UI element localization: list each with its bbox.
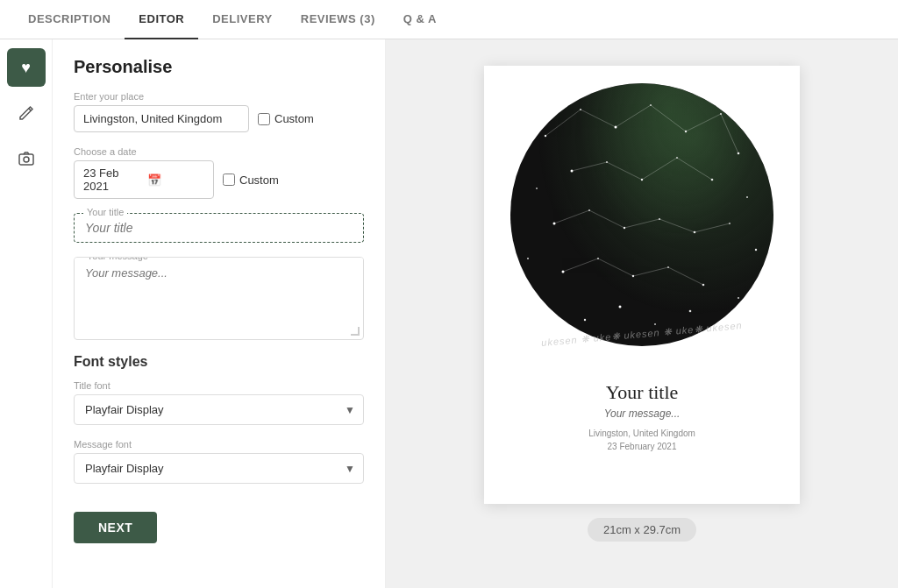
poster-location-city: Livingston, United Kingdom (588, 427, 695, 440)
place-group: Enter your place Custom (74, 91, 364, 132)
svg-point-29 (738, 297, 739, 299)
message-section: Your message (74, 257, 364, 340)
svg-point-1 (24, 157, 29, 162)
message-wrap: Your message (74, 257, 364, 340)
place-row: Custom (74, 105, 364, 132)
svg-line-35 (545, 110, 581, 136)
svg-line-48 (659, 219, 695, 232)
editor-panel: Personalise Enter your place Custom Choo… (53, 39, 386, 588)
title-font-group: Title font Playfair Display Arial Georgi… (74, 380, 364, 425)
main-content: ♥ Personalise Enter your place (0, 39, 898, 588)
poster-date: 23 February 2021 (588, 440, 695, 453)
title-font-label: Title font (74, 380, 364, 391)
svg-line-38 (651, 105, 686, 131)
poster-card: ukesen ❋ uke❋ ukesen ❋ uke❋ ukesen Your … (484, 66, 800, 504)
edit-icon-btn[interactable] (7, 94, 46, 132)
date-group: Choose a date 23 Feb 2021 📅 Custom (74, 146, 364, 199)
svg-point-33 (654, 323, 656, 325)
size-badge: 21cm x 29.7cm (588, 518, 696, 542)
svg-point-34 (689, 310, 692, 313)
constellation-svg (510, 83, 773, 346)
poster-location: Livingston, United Kingdom 23 February 2… (588, 427, 695, 453)
title-field-wrap: Your title (74, 213, 364, 243)
tab-reviews[interactable]: REVIEWS (3) (287, 0, 389, 39)
tab-qna[interactable]: Q & A (389, 0, 451, 39)
svg-point-30 (549, 310, 551, 312)
place-label: Enter your place (74, 91, 364, 102)
svg-line-49 (695, 223, 730, 232)
svg-point-9 (536, 188, 538, 189)
svg-line-46 (589, 210, 624, 228)
tab-editor[interactable]: EDITOR (125, 0, 198, 39)
message-font-select[interactable]: Playfair Display Arial Georgia Times New… (74, 453, 364, 484)
date-label: Choose a date (74, 146, 364, 157)
sidebar-icons: ♥ (0, 39, 53, 588)
svg-line-42 (607, 162, 642, 180)
date-row: 23 Feb 2021 📅 Custom (74, 160, 364, 199)
date-input-wrap[interactable]: 23 Feb 2021 📅 (74, 160, 214, 199)
svg-line-40 (721, 114, 738, 153)
svg-line-52 (633, 267, 668, 276)
message-font-label: Message font (74, 439, 364, 450)
svg-point-22 (755, 249, 757, 251)
title-font-select-wrap: Playfair Display Arial Georgia Times New… (74, 394, 364, 425)
message-font-group: Message font Playfair Display Arial Geor… (74, 439, 364, 484)
message-textarea[interactable] (75, 258, 363, 337)
heart-icon-btn[interactable]: ♥ (7, 48, 46, 87)
star-map-circle (510, 83, 773, 346)
svg-point-31 (584, 319, 586, 321)
poster-main-title: Your title (588, 381, 695, 404)
message-font-select-wrap: Playfair Display Arial Georgia Times New… (74, 453, 364, 484)
font-styles-heading: Font styles (74, 354, 364, 370)
place-custom-checkbox-label[interactable]: Custom (258, 112, 314, 125)
tab-delivery[interactable]: DELIVERY (198, 0, 287, 39)
svg-line-41 (572, 162, 607, 171)
place-custom-label: Custom (274, 112, 314, 125)
date-value: 23 Feb 2021 (83, 166, 140, 193)
svg-point-15 (746, 196, 748, 198)
title-section: Your title (74, 213, 364, 243)
next-button[interactable]: NEXT (74, 512, 157, 543)
svg-point-32 (619, 306, 622, 308)
calendar-icon: 📅 (147, 174, 204, 187)
svg-rect-0 (19, 154, 33, 165)
tab-description[interactable]: DESCRIPTION (14, 0, 125, 39)
editor-title: Personalise (74, 57, 364, 77)
svg-line-43 (642, 158, 677, 180)
poster-message: Your message... (588, 407, 695, 420)
preview-panel: ukesen ❋ uke❋ ukesen ❋ uke❋ ukesen Your … (386, 39, 898, 588)
poster-text-section: Your title Your message... Livingston, U… (588, 381, 695, 453)
svg-line-53 (668, 267, 703, 285)
camera-icon-btn[interactable] (7, 139, 46, 178)
svg-line-47 (624, 219, 659, 228)
svg-line-50 (563, 259, 598, 272)
svg-line-45 (554, 210, 589, 223)
date-custom-checkbox[interactable] (223, 174, 235, 186)
title-font-select[interactable]: Playfair Display Arial Georgia Times New… (74, 394, 364, 425)
date-custom-label: Custom (239, 174, 279, 187)
title-field-label: Your title (83, 207, 127, 217)
title-input[interactable] (85, 221, 353, 235)
date-custom-checkbox-label[interactable]: Custom (223, 174, 279, 187)
place-input[interactable] (74, 105, 249, 132)
resize-handle (351, 327, 360, 336)
svg-point-23 (527, 258, 529, 259)
svg-line-37 (616, 105, 651, 127)
place-custom-checkbox[interactable] (258, 113, 270, 125)
svg-line-44 (677, 158, 712, 180)
svg-line-51 (598, 259, 633, 276)
message-label: Your message (83, 257, 152, 261)
svg-line-39 (686, 114, 721, 131)
tab-bar: DESCRIPTION EDITOR DELIVERY REVIEWS (3) … (0, 0, 898, 39)
svg-line-36 (581, 110, 616, 127)
